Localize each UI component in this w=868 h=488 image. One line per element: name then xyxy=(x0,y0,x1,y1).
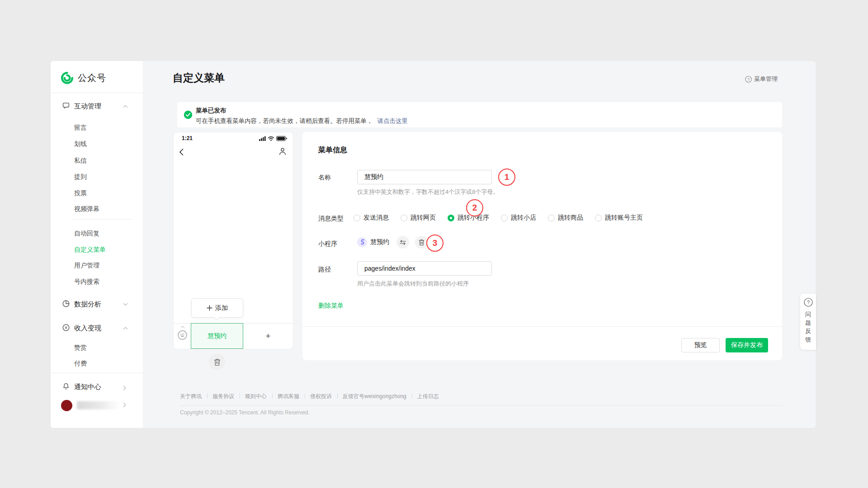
sidebar-item-polls[interactable]: 投票 xyxy=(74,189,87,197)
feedback-tab[interactable]: ? 问 题 反 馈 xyxy=(800,294,816,350)
keyboard-icon[interactable] xyxy=(178,330,187,340)
brand: 公众号 xyxy=(61,71,106,84)
wifi-icon xyxy=(268,136,274,141)
plus-icon xyxy=(207,305,212,311)
account-name-redacted xyxy=(77,401,120,409)
divider xyxy=(73,219,132,220)
phone-add-menu-slot[interactable]: + xyxy=(243,324,293,349)
footer-link-upload-log[interactable]: 上传日志 xyxy=(412,393,444,400)
divider xyxy=(51,93,143,93)
add-button-label: 添加 xyxy=(215,304,228,312)
question-circle-icon: ? xyxy=(745,76,752,83)
remove-miniprogram-button[interactable] xyxy=(415,236,428,249)
banner-title: 菜单已发布 xyxy=(196,107,226,115)
account-row[interactable] xyxy=(51,399,143,416)
radio-open-product[interactable]: 跳转商品 xyxy=(548,214,583,222)
radio-circle-icon xyxy=(354,215,360,221)
svg-text:¥: ¥ xyxy=(64,325,67,330)
chevron-right-icon xyxy=(123,403,126,408)
sidebar-item-label: 通知中心 xyxy=(74,383,101,391)
battery-icon xyxy=(276,136,287,141)
chevron-up-icon xyxy=(123,327,128,330)
delete-drop-zone-button[interactable] xyxy=(209,354,225,370)
brand-name: 公众号 xyxy=(78,72,106,84)
phone-preview: 1:21 添加 xyxy=(173,132,293,349)
sidebar-item-user-management[interactable]: 用户管理 xyxy=(74,262,99,270)
delete-menu-link[interactable]: 删除菜单 xyxy=(318,302,344,310)
feedback-char: 馈 xyxy=(800,336,816,344)
success-check-icon xyxy=(184,110,193,119)
name-hint: 仅支持中英文和数字，字数不超过4个汉字或8个字母。 xyxy=(357,188,499,196)
footer-link-feedback-account[interactable]: 反馈官号weixingongzhong xyxy=(337,393,412,400)
radio-open-shop[interactable]: 跳转小店 xyxy=(501,214,536,222)
sidebar-item-danmaku[interactable]: 视频弹幕 xyxy=(74,205,99,213)
form-title: 菜单信息 xyxy=(318,145,347,155)
radio-label: 跳转网页 xyxy=(410,214,436,222)
sidebar-item-comments[interactable]: 留言 xyxy=(74,124,87,132)
radio-circle-icon xyxy=(548,215,555,221)
signal-bars-icon xyxy=(259,136,266,141)
profile-person-icon[interactable] xyxy=(278,147,287,156)
radio-label: 跳转小店 xyxy=(511,214,536,222)
name-input[interactable] xyxy=(357,170,492,184)
menu-management-help-link[interactable]: ? 菜单管理 xyxy=(745,75,778,83)
save-and-publish-button[interactable]: 保存并发布 xyxy=(726,338,768,352)
divider xyxy=(180,405,782,406)
avatar xyxy=(61,400,72,411)
radio-circle-icon xyxy=(501,215,508,221)
feedback-char: 题 xyxy=(800,319,816,328)
chevron-up-icon xyxy=(123,105,128,108)
sidebar-group-monetization[interactable]: ¥ 收入变现 xyxy=(51,323,143,333)
banner-description: 可在手机查看菜单内容，若尚未生效，请稍后查看。若停用菜单，请点击这里 xyxy=(196,117,408,125)
miniprogram-name: 慧预约 xyxy=(370,238,389,246)
radio-open-webpage[interactable]: 跳转网页 xyxy=(401,214,436,222)
radio-label: 跳转商品 xyxy=(558,214,583,222)
disable-menu-link[interactable]: 请点击这里 xyxy=(377,117,408,124)
sidebar-group-analytics[interactable]: 数据分析 xyxy=(51,299,143,309)
radio-open-profile[interactable]: 跳转账号主页 xyxy=(595,214,643,222)
phone-status-time: 1:21 xyxy=(182,135,193,141)
footer-link-support[interactable]: 腾讯客服 xyxy=(272,393,305,400)
chat-bubble-icon xyxy=(62,102,70,110)
miniprogram-logo-icon xyxy=(357,237,367,247)
sidebar-group-interaction[interactable]: 互动管理 xyxy=(51,101,143,111)
yen-circle-icon: ¥ xyxy=(62,324,70,332)
sidebar: 公众号 互动管理 留言 划线 私信 提到 投票 视频弹幕 自动回复 自定义菜单 … xyxy=(51,61,143,428)
message-type-label: 消息类型 xyxy=(318,215,344,223)
divider xyxy=(302,326,782,327)
footer-link-report[interactable]: 侵权投诉 xyxy=(305,393,337,400)
phone-menu-item-selected[interactable]: 慧预约 xyxy=(191,323,243,349)
svg-text:?: ? xyxy=(747,77,750,81)
feedback-char: 问 xyxy=(800,310,816,319)
sidebar-item-mentions[interactable]: 提到 xyxy=(74,173,87,181)
banner-description-text: 可在手机查看菜单内容，若尚未生效，请稍后查看。若停用菜单， xyxy=(196,117,373,124)
name-label: 名称 xyxy=(318,174,331,182)
sidebar-item-paid-content[interactable]: 付费 xyxy=(74,360,87,368)
radio-send-message[interactable]: 发送消息 xyxy=(354,214,389,222)
sidebar-item-tipping[interactable]: 赞赏 xyxy=(74,344,87,352)
divider xyxy=(51,373,143,373)
radio-circle-icon xyxy=(448,215,454,221)
back-chevron-icon[interactable] xyxy=(179,148,184,156)
miniprogram-value-row: 慧预约 xyxy=(357,236,428,249)
sidebar-item-messages[interactable]: 私信 xyxy=(74,157,87,165)
bell-icon xyxy=(62,382,70,390)
footer-link-about[interactable]: 关于腾讯 xyxy=(180,393,207,400)
wechat-official-logo-icon xyxy=(61,71,74,84)
annotation-circle-3: 3 xyxy=(426,235,443,252)
sidebar-item-auto-reply[interactable]: 自动回复 xyxy=(74,230,99,238)
publish-success-banner: 菜单已发布 可在手机查看菜单内容，若尚未生效，请稍后查看。若停用菜单，请点击这里 xyxy=(177,102,782,127)
sidebar-item-account-search[interactable]: 号内搜索 xyxy=(74,278,99,286)
sidebar-item-notification-center[interactable]: 通知中心 xyxy=(51,382,143,392)
radio-open-miniprogram[interactable]: 跳转小程序 xyxy=(448,214,489,222)
path-input[interactable] xyxy=(357,261,492,276)
sidebar-item-custom-menu[interactable]: 自定义菜单 xyxy=(74,246,106,254)
sidebar-item-underline[interactable]: 划线 xyxy=(74,140,87,148)
help-link-label: 菜单管理 xyxy=(754,75,778,83)
preview-button[interactable]: 预览 xyxy=(681,338,720,352)
footer-link-rules[interactable]: 规则中心 xyxy=(240,393,272,400)
footer-link-terms[interactable]: 服务协议 xyxy=(207,393,240,400)
swap-miniprogram-button[interactable] xyxy=(396,236,409,249)
phone-status-icons xyxy=(259,136,287,141)
phone-menu-bar: 慧预约 + xyxy=(174,323,293,349)
